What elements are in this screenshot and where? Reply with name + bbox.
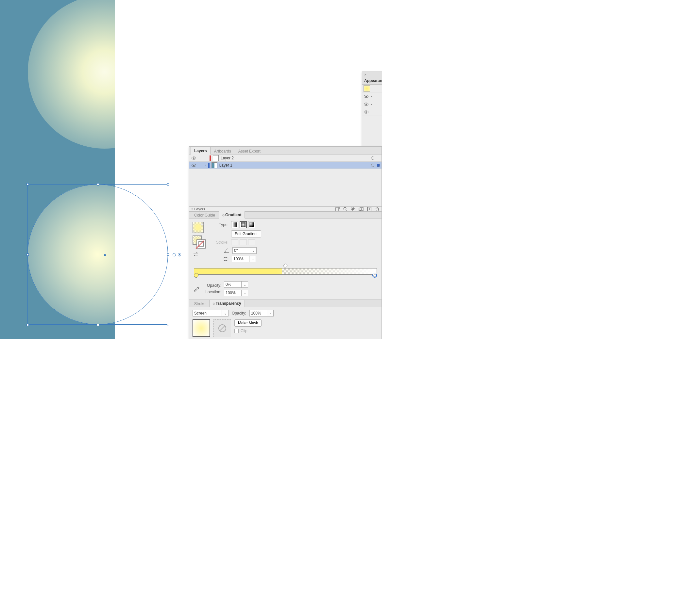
layer-name[interactable]: Layer 2 [221,156,234,160]
gradient-stop-left[interactable] [194,273,199,278]
visibility-eye-icon[interactable] [363,110,369,114]
appearance-title: Appearan [362,77,382,84]
gradient-left-column [192,221,208,262]
gradient-opacity-label: Opacity: [202,283,221,288]
appearance-object-swatch[interactable] [363,85,370,92]
dropdown-icon[interactable]: ⌄ [222,310,228,316]
bbox-handle-ne[interactable] [167,183,169,186]
visibility-eye-icon[interactable] [191,156,197,160]
stroke-gradient-within-button [231,240,238,245]
visibility-eye-icon[interactable] [363,94,369,98]
gradient-type-freeform-button[interactable] [248,221,255,228]
gradient-type-linear-button[interactable] [231,221,238,228]
gradient-opacity-input[interactable]: 0% [224,281,241,288]
blend-mode-select[interactable]: Screen [192,310,222,316]
gradient-angle-input[interactable]: 0° [233,247,250,254]
svg-point-3 [366,104,367,105]
layer-selection-indicator[interactable] [377,164,379,166]
appearance-fill-row[interactable]: › [362,100,382,108]
appearance-thumb-row [362,85,382,92]
svg-point-7 [193,157,194,159]
transparency-mask-thumb[interactable] [214,319,231,337]
tab-color-guide[interactable]: Color Guide [191,211,219,218]
layer-row[interactable]: Layer 2 [189,155,382,162]
visibility-eye-icon[interactable] [191,163,197,167]
appearance-opacity-row[interactable] [362,108,382,116]
bbox-handle-nw[interactable] [27,183,29,186]
bbox-handle-se[interactable] [167,324,169,326]
layer-row[interactable]: › Layer 1 [189,162,382,169]
layers-count-label: 2 Layers [191,207,205,211]
gradient-annotator-end[interactable] [173,253,176,257]
tab-layers[interactable]: Layers [191,147,210,155]
close-icon[interactable]: × [362,72,368,77]
dropdown-icon[interactable]: ⌄ [250,256,256,262]
transparency-panel-body: Screen ⌄ Opacity: 100% › Make Mask Clip [189,307,382,339]
gradient-preview-swatch[interactable] [192,222,204,233]
eyedropper-icon[interactable] [193,285,200,292]
delete-layer-icon[interactable] [375,207,379,211]
gradient-tab-bar: Color Guide ◇Gradient [189,211,382,218]
stroke-proxy-icon[interactable] [197,240,206,249]
gradient-aspect-input[interactable]: 100% [232,256,250,262]
export-icon[interactable] [335,207,340,211]
transparency-tab-bar: Stroke ◇Transparency [189,300,382,307]
bbox-handle-s[interactable] [97,324,99,326]
layer-color-indicator [209,156,211,161]
bbox-handle-e[interactable] [167,253,169,256]
layers-empty-area [189,169,382,207]
layers-gradient-transparency-panel-group[interactable]: × Layers Artboards Asset Export Layer 2 … [189,146,382,339]
gradient-type-radial-button[interactable] [240,221,247,228]
edit-gradient-button[interactable]: Edit Gradient [231,230,261,237]
locate-object-icon[interactable] [343,207,348,211]
tab-gradient[interactable]: ◇Gradient [219,211,245,218]
layer-target-icon[interactable] [371,156,374,160]
dropdown-icon[interactable]: ⌄ [250,247,257,254]
gradient-location-input[interactable]: 100% [224,290,241,296]
svg-point-5 [366,111,367,113]
tab-stroke[interactable]: Stroke [191,300,209,307]
gradient-panel-body: Type: Edit Gradient Stroke: [189,218,382,300]
chevron-right-icon[interactable]: › [205,163,206,167]
gradient-location-label: Location: [202,290,221,294]
transparency-opacity-input[interactable]: 100% [250,310,267,316]
stroke-gradient-along-button [240,240,247,245]
clip-label: Clip [241,329,248,333]
stroke-gradient-across-button [248,240,255,245]
layer-target-icon[interactable] [371,164,374,167]
gradient-midpoint-diamond[interactable] [283,264,288,268]
tab-asset-export[interactable]: Asset Export [235,147,264,155]
new-layer-icon[interactable] [367,207,372,211]
bbox-handle-sw[interactable] [27,324,29,326]
svg-point-9 [193,164,194,166]
tab-artboards[interactable]: Artboards [210,147,235,155]
gradient-type-label: Type: [211,223,228,227]
new-sublayer-icon[interactable] [359,207,364,211]
selection-center-icon [104,254,106,256]
gradient-annotator-end-outer[interactable] [178,253,181,257]
bbox-handle-w[interactable] [27,253,29,256]
transparency-object-thumb[interactable] [192,319,210,337]
make-mask-button[interactable]: Make Mask [234,319,261,327]
chevron-right-icon[interactable]: › [371,102,372,106]
svg-point-1 [366,96,367,97]
reverse-gradient-icon[interactable] [192,252,199,257]
clipping-mask-icon[interactable] [351,207,355,211]
gradient-stop-right[interactable] [372,273,377,278]
appearance-panel[interactable]: × Appearan › › [362,72,382,150]
dropdown-icon[interactable]: ⌄ [241,290,248,296]
visibility-eye-icon[interactable] [363,102,369,106]
bbox-handle-n[interactable] [97,183,99,186]
angle-icon [223,248,230,253]
svg-line-20 [220,325,225,331]
fill-stroke-proxy[interactable] [192,235,206,249]
appearance-stroke-row[interactable]: › [362,92,382,100]
gradient-ramp[interactable] [192,264,378,279]
dropdown-icon[interactable]: ⌄ [241,281,248,288]
chevron-right-icon[interactable]: › [267,310,274,316]
layer-name[interactable]: Layer 1 [219,163,233,168]
svg-point-17 [223,257,228,261]
clip-checkbox [234,329,239,333]
tab-transparency[interactable]: ◇Transparency [209,300,245,307]
chevron-right-icon[interactable]: › [371,94,372,98]
